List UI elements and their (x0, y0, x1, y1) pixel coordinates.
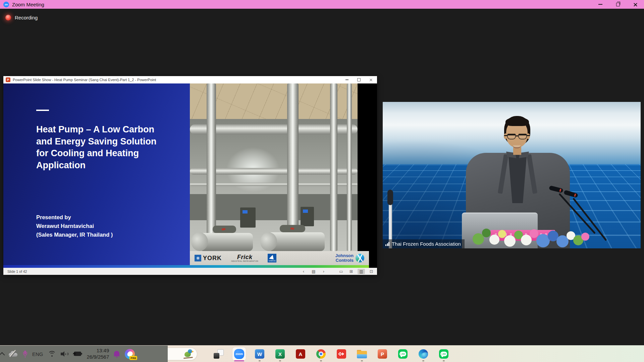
recording-label: Recording (15, 15, 38, 20)
minimize-button[interactable] (592, 0, 609, 9)
slide-left-panel: Heat Pump – A Low Carbon and Energy Savi… (3, 83, 190, 265)
copilot-pre-badge: PRE (129, 356, 137, 360)
taskbar-app-icons: zoom W X A (212, 347, 450, 361)
johnson-controls-wordmark: Johnson Controls (335, 253, 354, 263)
excel-taskbar-button[interactable]: X (273, 347, 287, 361)
line2-taskbar-button[interactable]: LINE (437, 347, 450, 361)
zoom-app-icon: zm (3, 2, 9, 7)
file-explorer-taskbar-button[interactable] (355, 347, 369, 361)
brand-logo-strip: ❄ YORK Frick INDUSTRIAL REFRIGERATION SA… (190, 251, 369, 265)
powerpoint-status-bar: Slide 1 of 42 ‹ ▤ › ▭ ⊞ ▥ ⊡ (3, 268, 377, 275)
ppt-restore-button[interactable] (353, 76, 365, 83)
volume-icon[interactable] (61, 351, 68, 357)
file-explorer-icon (357, 350, 367, 358)
microphone-in-use-icon[interactable] (23, 351, 28, 358)
previous-slide-button[interactable]: ‹ (300, 269, 307, 274)
slide-title-line: Heat Pump – A Low Carbon (36, 124, 184, 136)
sabroe-wordmark: SABROE (269, 260, 276, 262)
windows-taskbar: 1 zoom W X (0, 345, 644, 362)
vertical-pipe (330, 83, 337, 251)
presenter-name: Werawut Harntavichai (36, 222, 113, 230)
notification-bell-icon[interactable] (114, 351, 120, 358)
clock-time: 13:49 (97, 348, 109, 354)
microphone-capsule (387, 190, 393, 205)
powerpoint-taskbar-button[interactable]: P (376, 347, 389, 361)
restore-button[interactable] (609, 0, 627, 9)
line-taskbar-button[interactable]: LINE (396, 347, 410, 361)
wifi-icon[interactable] (48, 351, 56, 357)
slide-title-line: for Cooling and Heating (36, 147, 184, 160)
slide-accent-dash (36, 110, 49, 111)
onedrive-paused-icon[interactable] (9, 350, 18, 358)
system-tray: ENG 13:49 26/9/2567 (0, 346, 168, 362)
ppt-close-button[interactable] (365, 76, 377, 83)
search-highlight-bird-icon[interactable] (183, 349, 194, 359)
powerpoint-window-controls (341, 76, 377, 83)
battery-charging-icon[interactable] (73, 352, 82, 356)
ppt-minimize-button[interactable] (341, 76, 353, 83)
restore-icon (357, 78, 361, 81)
reading-view-button[interactable]: ▥ (358, 269, 365, 274)
close-icon (633, 2, 638, 7)
participant-name-tag: Thai Frozen Foods Association (383, 239, 465, 248)
running-indicator (259, 360, 261, 361)
speaker-hair-fringe (505, 117, 529, 126)
slide-canvas[interactable]: Heat Pump – A Low Carbon and Energy Savi… (3, 83, 377, 265)
acrobat-taskbar-button[interactable]: A (294, 347, 307, 361)
york-snowflake-icon: ❄ (195, 255, 201, 261)
word-taskbar-button[interactable]: W (253, 347, 266, 361)
annotation-menu-button[interactable]: ▤ (310, 269, 317, 274)
minimize-icon (598, 4, 602, 5)
zoom-taskbar-button[interactable]: zoom (232, 347, 246, 361)
clock[interactable]: 13:49 26/9/2567 (87, 348, 109, 360)
task-view-button[interactable] (212, 347, 225, 361)
word-icon: W (255, 349, 264, 359)
running-indicator (443, 360, 445, 361)
normal-view-button[interactable]: ▭ (337, 269, 345, 274)
speaker-video-tile[interactable]: Thai Frozen Foods Association (383, 102, 641, 248)
slide-sorter-button[interactable]: ⊞ (347, 269, 355, 274)
speaker-ear (504, 133, 507, 139)
edge-taskbar-button[interactable] (417, 347, 430, 361)
window-title: Zoom Meeting (12, 2, 44, 7)
recording-indicator[interactable]: Recording (5, 15, 38, 20)
slide-bottom-gradient-bar (3, 265, 369, 268)
york-logo: ❄ YORK (195, 255, 222, 262)
chrome-taskbar-button[interactable] (314, 347, 328, 361)
red-diamond-app-icon (337, 349, 346, 359)
sabroe-logo: SABROE (268, 254, 276, 262)
running-indicator (279, 360, 281, 361)
york-wordmark: YORK (203, 255, 222, 262)
powerpoint-app-icon: P (6, 77, 10, 82)
powerpoint-icon: P (378, 349, 387, 359)
copilot-button[interactable]: PRE (125, 349, 135, 359)
language-indicator[interactable]: ENG (32, 351, 43, 357)
glasses-lens (518, 134, 527, 139)
frick-wordmark: Frick (237, 254, 253, 260)
running-indicator (320, 360, 322, 361)
johnson-controls-swirl-icon (356, 254, 364, 262)
hidden-icons-chevron[interactable] (0, 352, 5, 358)
johnson-controls-logo: Johnson Controls (335, 253, 364, 263)
frick-subtext: INDUSTRIAL REFRIGERATION (231, 261, 258, 262)
presenter-block: Presented by Werawut Harntavichai (Sales… (36, 213, 113, 239)
powerpoint-window-title: PowerPoint Slide Show - Heat Pump Semina… (13, 78, 156, 82)
acrobat-icon: A (296, 349, 305, 359)
line-icon: LINE (398, 349, 408, 359)
zoom-icon-label: zm (5, 3, 8, 6)
audio-signal-icon (385, 242, 389, 246)
slide-title-line: Application (36, 160, 184, 172)
window-controls (592, 0, 644, 9)
presented-by-label: Presented by (36, 213, 113, 222)
minimize-icon (345, 79, 348, 80)
status-bar-controls: ‹ ▤ › ▭ ⊞ ▥ ⊡ (300, 269, 375, 274)
clock-date: 26/9/2567 (87, 354, 109, 360)
chrome-icon (316, 349, 326, 359)
control-cabinet (301, 207, 314, 226)
sabroe-bird-icon (269, 254, 274, 259)
close-button[interactable] (627, 0, 644, 9)
zoom-icon: zoom (234, 349, 244, 359)
quick-share-taskbar-button[interactable] (335, 347, 348, 361)
next-slide-button[interactable]: › (320, 269, 327, 274)
slideshow-button[interactable]: ⊡ (368, 269, 375, 274)
